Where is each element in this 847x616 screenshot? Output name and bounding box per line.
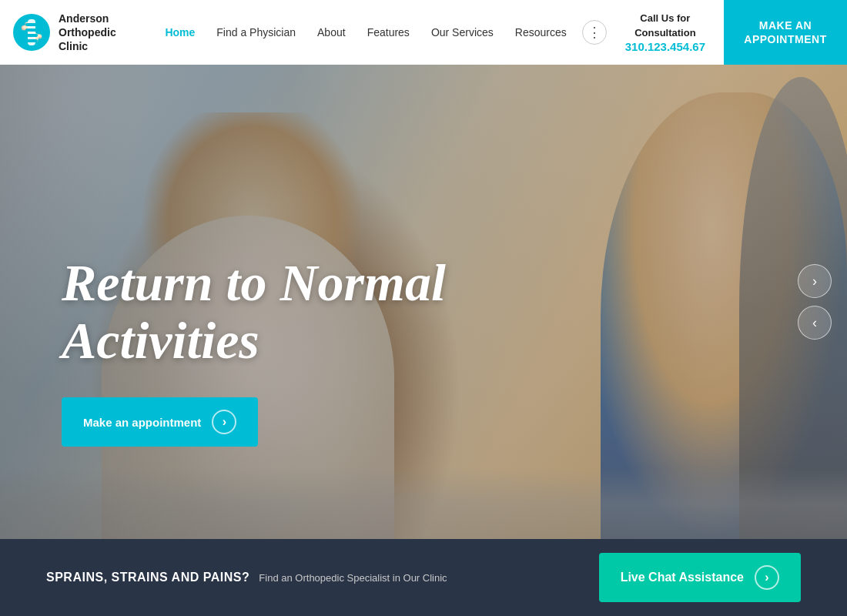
logo-area: 🦴 Anderson Orthopedic Clinic xyxy=(0,12,156,54)
bottom-bar: SPRAINS, STRAINS AND PAINS? Find an Orth… xyxy=(0,539,847,616)
live-chat-button[interactable]: Live Chat Assistance › xyxy=(599,553,801,602)
call-label: Call Us for Consultation xyxy=(625,12,705,39)
slider-next-button[interactable]: › xyxy=(798,264,832,298)
main-nav: Home Find a Physician About Features Our… xyxy=(156,20,606,45)
svg-rect-5 xyxy=(25,34,38,37)
header: 🦴 Anderson Orthopedic Clinic Home Find a… xyxy=(0,0,847,65)
nav-item-features[interactable]: Features xyxy=(358,20,419,45)
logo-icon: 🦴 xyxy=(12,13,51,52)
live-chat-label: Live Chat Assistance xyxy=(621,571,744,584)
svg-rect-3 xyxy=(25,23,38,26)
bottom-highlight: SPRAINS, STRAINS AND PAINS? xyxy=(46,571,249,584)
chat-arrow-icon: › xyxy=(755,565,779,590)
logo-text: Anderson Orthopedic Clinic xyxy=(59,12,143,54)
svg-rect-4 xyxy=(25,28,38,32)
hero-cta-button[interactable]: Make an appointment › xyxy=(62,397,258,447)
hero-content: Return to Normal Activities Make an appo… xyxy=(62,254,539,447)
nav-item-home[interactable]: Home xyxy=(156,20,204,45)
hero-cta-label: Make an appointment xyxy=(83,416,201,429)
svg-rect-6 xyxy=(25,39,38,42)
make-appointment-button[interactable]: MAKE AN APPOINTMENT xyxy=(724,0,847,65)
arrow-icon: › xyxy=(212,410,236,434)
hero-section: Return to Normal Activities Make an appo… xyxy=(0,65,847,539)
nav-item-about[interactable]: About xyxy=(308,20,355,45)
nav-item-find-physician[interactable]: Find a Physician xyxy=(207,20,305,45)
nav-item-resources[interactable]: Resources xyxy=(506,20,576,45)
more-options-button[interactable]: ⋮ xyxy=(582,20,607,45)
call-info: Call Us for Consultation 310.123.454.67 xyxy=(607,12,724,52)
nav-item-services[interactable]: Our Services xyxy=(422,20,503,45)
header-right: Call Us for Consultation 310.123.454.67 … xyxy=(607,0,847,65)
slider-prev-button[interactable]: ‹ xyxy=(798,306,832,340)
hero-title: Return to Normal Activities xyxy=(62,254,539,370)
call-number[interactable]: 310.123.454.67 xyxy=(625,40,705,53)
bottom-sub-text: Find an Orthopedic Specialist in Our Cli… xyxy=(259,572,447,584)
slider-controls: › ‹ xyxy=(798,264,832,340)
bottom-bar-text: SPRAINS, STRAINS AND PAINS? Find an Orth… xyxy=(46,571,447,584)
